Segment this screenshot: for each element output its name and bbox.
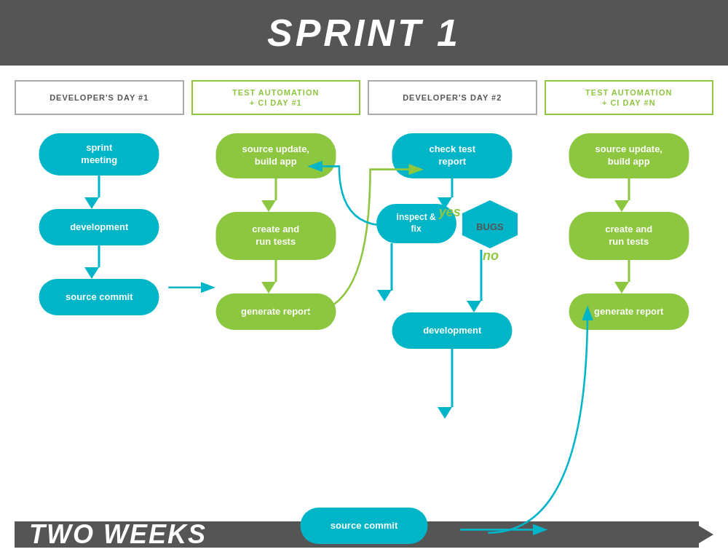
node-sprint-meeting: sprint meeting [39,133,159,176]
node-generate-report-1: generate report [215,293,336,330]
column-test-auto-n: TEST AUTOMATION + CI DAY #N source updat… [545,80,714,502]
col-header-test-auto-n: TEST AUTOMATION + CI DAY #N [545,80,714,115]
node-check-test-report: check test report [392,133,513,178]
timeline-arrow-icon [692,521,713,548]
node-generate-report-n: generate report [569,293,689,330]
flow-dev-day-2: check test report BUGS inspect & fix [368,126,537,502]
page-title: SPRINT 1 [267,11,461,55]
no-label: no [483,248,499,264]
node-development-1: development [39,209,159,245]
col-header-test-auto-1: TEST AUTOMATION + CI DAY #1 [191,80,361,115]
column-dev-day-2: DEVELOPER'S DAY #2 check test report BUG… [368,80,537,502]
column-test-auto-1: TEST AUTOMATION + CI DAY #1 source updat… [191,80,361,502]
col-header-dev-day-2: DEVELOPER'S DAY #2 [368,80,537,115]
main-content: DEVELOPER'S DAY #1 sprint meeting develo… [0,66,728,560]
col-header-dev-day-1: DEVELOPER'S DAY #1 [15,80,184,115]
node-source-commit-1: source commit [39,279,159,315]
node-source-commit-2: source commit [301,508,428,544]
flow-dev-day-1: sprint meeting development source commit [15,126,184,502]
timeline-label: TWO WEEKS [29,519,207,550]
node-create-run-tests-1: create and run tests [215,212,336,260]
flow-test-auto-1: source update, build app create and run … [191,126,361,502]
flow-test-auto-n: source update, build app create and run … [545,126,714,502]
column-dev-day-1: DEVELOPER'S DAY #1 sprint meeting develo… [15,80,184,502]
node-development-2: development [392,312,513,349]
node-create-run-tests-n: create and run tests [569,212,689,260]
bugs-diamond: BUGS [461,199,519,253]
yes-label: yes [439,205,461,220]
diagram-columns: DEVELOPER'S DAY #1 sprint meeting develo… [15,80,713,502]
svg-text:BUGS: BUGS [476,221,504,232]
node-source-update-1: source update, build app [215,133,336,178]
node-source-update-n: source update, build app [569,133,689,178]
page-header: SPRINT 1 [0,0,728,66]
